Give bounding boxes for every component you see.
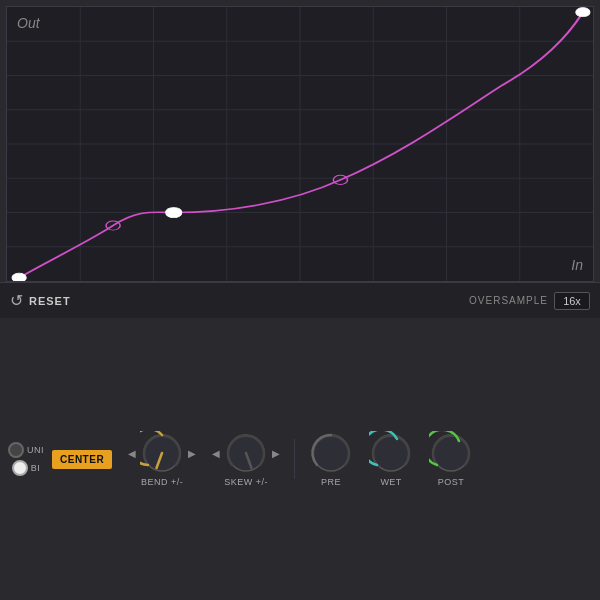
skew-group: ◀ ▶ SKEW +/- xyxy=(210,431,282,487)
reset-icon[interactable]: ↺ xyxy=(10,291,23,310)
transfer-curve xyxy=(19,12,583,278)
bend-left-arrow[interactable]: ◀ xyxy=(126,448,138,459)
skew-left-arrow[interactable]: ◀ xyxy=(210,448,222,459)
wet-knob[interactable] xyxy=(369,431,413,475)
skew-right-arrow[interactable]: ▶ xyxy=(270,448,282,459)
uni-label: UNI xyxy=(27,445,44,455)
graph-label-out: Out xyxy=(17,15,40,31)
oversample-area: OVERSAMPLE 16x xyxy=(469,292,590,310)
pre-label: PRE xyxy=(321,477,341,487)
uni-icon xyxy=(8,442,24,458)
oversample-label: OVERSAMPLE xyxy=(469,295,548,306)
post-group: POST xyxy=(429,431,473,487)
uni-button[interactable]: UNI xyxy=(8,442,44,458)
curve-svg xyxy=(7,7,593,281)
bi-button[interactable]: BI xyxy=(12,460,41,476)
bi-icon xyxy=(12,460,28,476)
curve-anchor-bottom[interactable] xyxy=(12,273,26,281)
bend-right-arrow[interactable]: ▶ xyxy=(186,448,198,459)
reset-bar: ↺ RESET OVERSAMPLE 16x xyxy=(0,282,600,318)
skew-knob-row: ◀ ▶ xyxy=(210,431,282,475)
reset-left: ↺ RESET xyxy=(10,291,71,310)
graph-display[interactable]: Out In xyxy=(6,6,594,282)
controls-bar: UNI BI CENTER ◀ ▶ BEND +/- ◀ xyxy=(0,318,600,600)
post-label: POST xyxy=(438,477,465,487)
center-button[interactable]: CENTER xyxy=(52,450,112,469)
bi-label: BI xyxy=(31,463,41,473)
bend-group: ◀ ▶ BEND +/- xyxy=(126,431,198,487)
bend-knob-row: ◀ ▶ xyxy=(126,431,198,475)
reset-label[interactable]: RESET xyxy=(29,295,71,307)
uni-bi-toggle: UNI BI xyxy=(8,442,44,476)
skew-knob[interactable] xyxy=(224,431,268,475)
wet-label: WET xyxy=(380,477,402,487)
bend-knob[interactable] xyxy=(140,431,184,475)
skew-label: SKEW +/- xyxy=(224,477,268,487)
curve-node-1[interactable] xyxy=(166,207,182,217)
post-knob[interactable] xyxy=(429,431,473,475)
pre-knob[interactable] xyxy=(309,431,353,475)
wet-group: WET xyxy=(369,431,413,487)
oversample-value[interactable]: 16x xyxy=(554,292,590,310)
bend-label: BEND +/- xyxy=(141,477,183,487)
graph-label-in: In xyxy=(571,257,583,273)
curve-anchor-top[interactable] xyxy=(576,8,590,17)
divider-1 xyxy=(294,439,295,479)
pre-group: PRE xyxy=(309,431,353,487)
